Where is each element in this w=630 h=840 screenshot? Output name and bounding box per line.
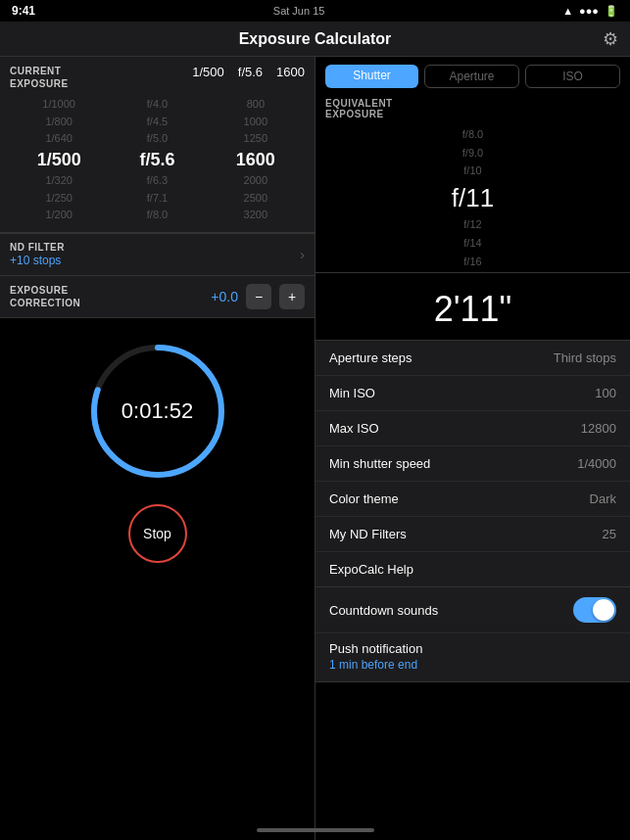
current-shutter: 1/500 [192, 65, 224, 79]
nd-filter-left: ND FILTER +10 stops [10, 242, 65, 267]
aperture-item-5[interactable]: f/7.1 [147, 190, 168, 208]
current-exposure-section: CURRENTEXPOSURE 1/500 f/5.6 1600 1/1000 … [0, 57, 315, 233]
settings-label-aperture-steps: Aperture steps [329, 350, 412, 365]
equiv-label: EQUIVALENTEXPOSURE [315, 94, 630, 121]
aperture-item-4[interactable]: f/6.3 [147, 172, 168, 190]
aperture-eq-4[interactable]: f/12 [463, 215, 481, 234]
status-time: 9:41 [12, 4, 35, 18]
settings-row-min-shutter[interactable]: Min shutter speed 1/4000 [315, 446, 630, 482]
iso-item-2[interactable]: 1250 [244, 130, 267, 148]
current-iso: 1600 [276, 65, 305, 79]
iso-col: 800 1000 1250 1600 2000 2500 3200 [207, 96, 305, 224]
aperture-eq-1[interactable]: f/9.0 [462, 144, 483, 163]
tab-iso[interactable]: ISO [525, 65, 620, 88]
nav-title: Exposure Calculator [239, 30, 392, 48]
iso-item-3[interactable]: 1600 [236, 148, 275, 172]
settings-label-min-iso: Min ISO [329, 386, 375, 400]
push-notification-row: Push notification 1 min before end [315, 633, 630, 681]
settings-row-color-theme[interactable]: Color theme Dark [315, 482, 630, 517]
aperture-item-2[interactable]: f/5.0 [147, 130, 168, 148]
iso-item-5[interactable]: 2500 [244, 190, 267, 208]
nd-label: ND FILTER [10, 242, 65, 253]
nd-filter-row[interactable]: ND FILTER +10 stops › [0, 233, 315, 276]
shutter-item-6[interactable]: 1/200 [45, 207, 73, 224]
ec-label: EXPOSURECORRECTION [10, 284, 80, 309]
settings-value-color-theme: Dark [590, 491, 616, 506]
shutter-item-2[interactable]: 1/640 [45, 130, 73, 148]
settings-label-nd-filters: My ND Filters [329, 527, 407, 541]
exposure-values: 1/500 f/5.6 1600 [192, 65, 305, 79]
shutter-item-3[interactable]: 1/500 [37, 148, 81, 172]
scroll-indicator [257, 828, 374, 832]
iso-item-1[interactable]: 1000 [244, 114, 267, 131]
right-top: Shutter Aperture ISO EQUIVALENTEXPOSURE … [315, 57, 630, 341]
shutter-col: 1/1000 1/800 1/640 1/500 1/320 1/250 1/2… [10, 96, 108, 224]
aperture-eq-0[interactable]: f/8.0 [462, 125, 483, 144]
gear-icon[interactable]: ⚙ [603, 28, 618, 50]
shutter-item-4[interactable]: 1/320 [45, 172, 73, 190]
status-bar: 9:41 Sat Jun 15 ▲ ●●● 🔋 [0, 0, 630, 22]
shutter-equiv-col: Shutter Aperture ISO EQUIVALENTEXPOSURE … [315, 57, 630, 341]
settings-label-help: ExpoCalc Help [329, 562, 413, 577]
aperture-item-0[interactable]: f/4.0 [147, 96, 168, 114]
aperture-eq-2[interactable]: f/10 [463, 162, 481, 180]
tab-row: Shutter Aperture ISO [315, 57, 630, 94]
settings-label-min-shutter: Min shutter speed [329, 456, 430, 471]
tab-shutter[interactable]: Shutter [325, 65, 418, 88]
aperture-col: f/4.0 f/4.5 f/5.0 f/5.6 f/6.3 f/7.1 f/8.… [108, 96, 206, 224]
big-exposure-time: 2'11" [315, 272, 630, 340]
settings-row-nd-filters[interactable]: My ND Filters 25 [315, 517, 630, 552]
nav-bar: Exposure Calculator ⚙ [0, 22, 630, 57]
countdown-toggle[interactable] [573, 597, 616, 623]
aperture-item-6[interactable]: f/8.0 [147, 207, 168, 224]
chevron-right-icon: › [300, 247, 305, 262]
shutter-item-1[interactable]: 1/800 [45, 114, 73, 131]
wifi-icon: ▲ [562, 5, 573, 17]
aperture-item-1[interactable]: f/4.5 [147, 114, 168, 131]
settings-label-max-iso: Max ISO [329, 421, 379, 436]
settings-value-max-iso: 12800 [581, 421, 616, 436]
aperture-eq-5[interactable]: f/14 [463, 234, 481, 253]
settings-row-max-iso[interactable]: Max ISO 12800 [315, 411, 630, 446]
toggle-thumb [593, 599, 614, 621]
aperture-list: f/8.0 f/9.0 f/10 f/11 f/12 f/14 f/16 [315, 121, 630, 272]
iso-item-4[interactable]: 2000 [244, 172, 267, 190]
ec-controls: +0.0 − + [209, 284, 305, 309]
iso-item-6[interactable]: 3200 [244, 207, 267, 224]
tab-aperture[interactable]: Aperture [424, 65, 519, 88]
iso-item-0[interactable]: 800 [247, 96, 265, 114]
countdown-section: Countdown sounds Push notification 1 min… [315, 587, 630, 682]
settings-row-aperture-steps[interactable]: Aperture steps Third stops [315, 341, 630, 376]
settings-row-min-iso[interactable]: Min ISO 100 [315, 376, 630, 411]
settings-panel: Aperture steps Third stops Min ISO 100 M… [315, 341, 630, 587]
shutter-item-5[interactable]: 1/250 [45, 190, 73, 208]
aperture-item-3[interactable]: f/5.6 [139, 148, 174, 172]
settings-label-color-theme: Color theme [329, 491, 399, 506]
exposure-label: CURRENTEXPOSURE [10, 65, 69, 90]
timer-section: 0:01:52 Stop [0, 318, 315, 840]
current-aperture: f/5.6 [238, 65, 263, 79]
exposure-correction-row: EXPOSURECORRECTION +0.0 − + [0, 276, 315, 318]
stop-button[interactable]: Stop [128, 504, 187, 563]
ec-value: +0.0 [209, 289, 238, 304]
settings-row-help[interactable]: ExpoCalc Help [315, 552, 630, 586]
battery-icon: 🔋 [605, 5, 618, 18]
shutter-item-0[interactable]: 1/1000 [42, 96, 75, 114]
right-panel: Shutter Aperture ISO EQUIVALENTEXPOSURE … [315, 57, 630, 840]
main-layout: CURRENTEXPOSURE 1/500 f/5.6 1600 1/1000 … [0, 57, 630, 840]
signal-icon: ●●● [579, 5, 599, 17]
nd-value: +10 stops [10, 254, 65, 267]
timer-display: 0:01:52 [121, 398, 193, 424]
status-icons: ▲ ●●● 🔋 [562, 5, 618, 18]
ec-plus-button[interactable]: + [279, 284, 305, 309]
push-subtext: 1 min before end [329, 658, 616, 672]
exposure-header: CURRENTEXPOSURE 1/500 f/5.6 1600 [10, 65, 305, 90]
settings-value-min-iso: 100 [595, 386, 616, 400]
aperture-eq-3[interactable]: f/11 [452, 180, 494, 215]
ec-minus-button[interactable]: − [246, 284, 271, 309]
countdown-label: Countdown sounds [329, 603, 438, 618]
push-label: Push notification [329, 641, 616, 656]
timer-circle: 0:01:52 [84, 338, 231, 485]
countdown-row: Countdown sounds [315, 587, 630, 633]
aperture-eq-6[interactable]: f/16 [463, 253, 481, 271]
